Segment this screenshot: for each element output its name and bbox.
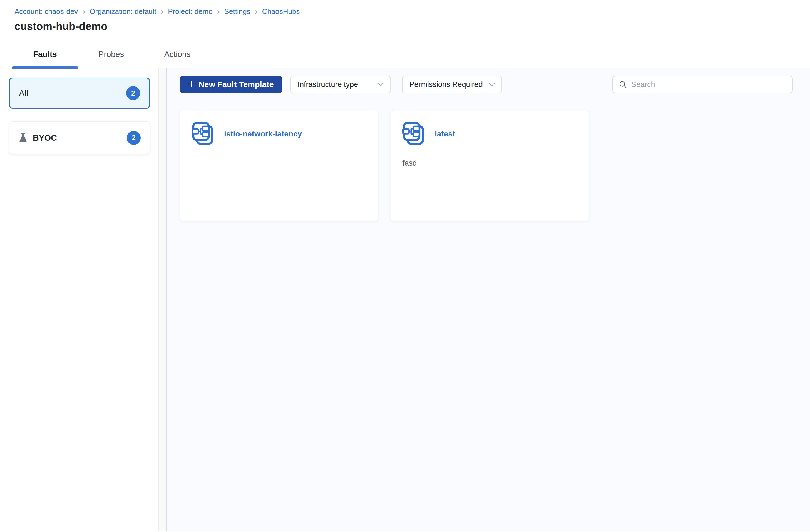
chevron-down-icon <box>489 83 495 86</box>
active-tab-underline <box>12 66 78 69</box>
sidebar-item-all-label: All <box>19 88 28 98</box>
fault-template-description: fasd <box>403 159 577 167</box>
breadcrumb: Account: chaos-dev › Organization: defau… <box>14 7 796 16</box>
faults-panel: + New Fault Template Infrastructure type… <box>166 68 810 531</box>
fault-template-card-istio-network-latency[interactable]: istio-network-latency <box>180 110 378 221</box>
breadcrumb-organization-link[interactable]: Organization: default <box>90 7 156 16</box>
permissions-required-label: Permissions Required <box>409 80 483 89</box>
content-area: All 2 BYOC 2 + New Fault Template Infras… <box>0 68 810 531</box>
fault-template-card-latest[interactable]: latest fasd <box>391 110 589 221</box>
chevron-right-icon: › <box>255 7 258 16</box>
tabs-bar: Faults Probes Actions <box>0 40 810 68</box>
page-header: Account: chaos-dev › Organization: defau… <box>0 0 810 40</box>
infrastructure-type-label: Infrastructure type <box>298 80 358 89</box>
flask-icon <box>18 132 28 143</box>
tab-probes[interactable]: Probes <box>78 40 144 68</box>
breadcrumb-chaoshubs-link[interactable]: ChaosHubs <box>262 7 300 16</box>
all-count-badge: 2 <box>126 86 140 100</box>
fault-category-sidebar: All 2 BYOC 2 <box>0 68 158 531</box>
page-title: custom-hub-demo <box>14 20 796 33</box>
fault-template-name[interactable]: latest <box>435 130 455 139</box>
tab-probes-label: Probes <box>98 50 124 59</box>
search-input[interactable] <box>631 80 787 89</box>
breadcrumb-project-link[interactable]: Project: demo <box>168 7 212 16</box>
chevron-right-icon: › <box>217 7 220 16</box>
fault-template-list: istio-network-latency latest fa <box>180 110 793 221</box>
chevron-right-icon: › <box>161 7 163 16</box>
fault-template-icon <box>192 122 216 146</box>
search-field[interactable] <box>612 76 793 93</box>
tab-faults[interactable]: Faults <box>12 40 78 68</box>
sidebar-item-byoc[interactable]: BYOC 2 <box>9 122 150 154</box>
tab-faults-label: Faults <box>33 50 57 59</box>
chevron-right-icon: › <box>82 7 85 16</box>
fault-template-icon <box>403 122 427 146</box>
breadcrumb-account-link[interactable]: Account: chaos-dev <box>14 7 78 16</box>
breadcrumb-settings-link[interactable]: Settings <box>224 7 250 16</box>
tab-actions-label: Actions <box>164 50 190 59</box>
plus-icon: + <box>188 78 195 90</box>
fault-template-name[interactable]: istio-network-latency <box>224 130 302 139</box>
card-header: istio-network-latency <box>192 122 366 146</box>
sidebar-divider <box>158 68 166 531</box>
faults-toolbar: + New Fault Template Infrastructure type… <box>180 76 793 93</box>
new-fault-template-button[interactable]: + New Fault Template <box>180 76 282 93</box>
card-header: latest <box>403 122 577 146</box>
permissions-required-dropdown[interactable]: Permissions Required <box>402 76 502 93</box>
tab-actions[interactable]: Actions <box>144 40 210 68</box>
chevron-down-icon <box>377 83 384 86</box>
new-fault-template-label: New Fault Template <box>198 80 274 89</box>
byoc-count-badge: 2 <box>127 131 141 145</box>
infrastructure-type-dropdown[interactable]: Infrastructure type <box>291 76 391 93</box>
sidebar-item-all[interactable]: All 2 <box>9 78 150 109</box>
search-icon <box>618 80 627 89</box>
sidebar-item-byoc-label: BYOC <box>33 133 57 143</box>
